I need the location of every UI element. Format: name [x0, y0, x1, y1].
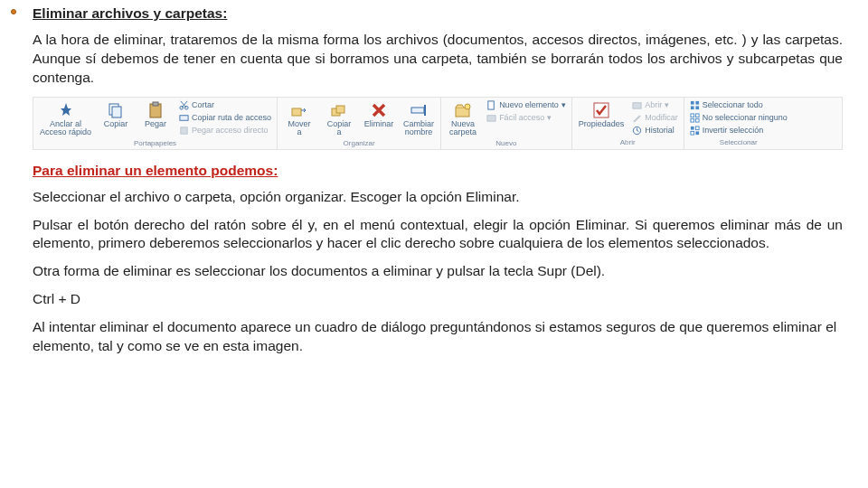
svg-rect-8	[292, 108, 301, 116]
new-item-icon	[486, 100, 496, 110]
svg-rect-25	[695, 114, 699, 117]
label: Historial	[645, 126, 675, 135]
copy-icon	[107, 101, 125, 119]
label: a	[337, 128, 342, 136]
svg-rect-24	[691, 114, 694, 117]
label: Invertir selección	[703, 126, 764, 135]
svg-rect-30	[691, 131, 694, 135]
ribbon-group-organizar: Mover a Copiar a Eliminar Cambiar	[278, 98, 441, 149]
label: Cortar	[192, 100, 214, 109]
paste-icon	[146, 101, 165, 119]
label: Pegar acceso directo	[192, 126, 269, 135]
svg-rect-26	[691, 118, 694, 122]
new-mini-stack: Nuevo elemento ▾ Fácil acceso ▾	[485, 99, 568, 124]
heading-sub: Para eliminar un elemento podemos:	[33, 163, 843, 179]
svg-rect-29	[695, 127, 699, 130]
move-to-button[interactable]: Mover a	[281, 99, 317, 137]
windows-explorer-ribbon: Anclar al Acceso rápido Copiar Pegar Cor…	[33, 97, 843, 150]
history-icon	[632, 126, 642, 136]
copy-path-button[interactable]: Copiar ruta de acceso	[177, 112, 273, 124]
label: carpeta	[449, 128, 476, 136]
new-folder-button[interactable]: Nueva carpeta	[445, 99, 481, 137]
properties-button[interactable]: Propiedades	[576, 99, 627, 128]
copy-button[interactable]: Copiar	[98, 99, 134, 128]
paragraph-4: Ctrl + D	[33, 290, 843, 309]
svg-rect-31	[695, 131, 699, 135]
svg-rect-11	[411, 108, 424, 113]
list-bullet	[11, 9, 16, 14]
svg-rect-27	[695, 118, 699, 122]
paragraph-1: Seleccionar el archivo o carpeta, opción…	[33, 188, 843, 207]
pin-quick-access-button[interactable]: Anclar al Acceso rápido	[37, 99, 94, 137]
document-page: Eliminar archivos y carpetas: A la hora …	[0, 0, 868, 374]
invert-selection-button[interactable]: Invertir selección	[688, 125, 789, 136]
svg-rect-28	[691, 127, 694, 130]
svg-rect-3	[153, 102, 158, 106]
ribbon-group-portapapeles: Anclar al Acceso rápido Copiar Pegar Cor…	[33, 98, 278, 149]
intro-paragraph: A la hora de eliminar, trataremos de la …	[33, 31, 843, 88]
paste-shortcut-button[interactable]: Pegar acceso directo	[177, 125, 273, 136]
svg-rect-23	[695, 106, 699, 109]
select-none-icon	[690, 113, 700, 123]
select-all-icon	[690, 100, 700, 110]
label: Copiar	[104, 120, 128, 128]
label: Propiedades	[579, 120, 625, 128]
new-item-button[interactable]: Nuevo elemento ▾	[485, 99, 568, 111]
ribbon-group-seleccionar: Seleccionar todo No seleccionar ninguno …	[684, 98, 793, 149]
label: Pegar	[145, 120, 166, 128]
svg-rect-1	[112, 107, 121, 117]
label: Eliminar	[364, 120, 394, 128]
svg-rect-7	[181, 127, 187, 134]
ribbon-group-nuevo: Nueva carpeta Nuevo elemento ▾ Fácil acc…	[441, 98, 572, 149]
svg-rect-10	[336, 106, 344, 113]
paragraph-2: Pulsar el botón derecho del ratón sobre …	[33, 216, 843, 254]
delete-x-icon	[370, 101, 388, 119]
svg-rect-6	[180, 116, 188, 121]
paragraph-3: Otra forma de eliminar es seleccionar lo…	[33, 262, 843, 281]
select-all-button[interactable]: Seleccionar todo	[688, 99, 789, 111]
scissors-icon	[179, 100, 189, 110]
paragraph-5: Al intentar eliminar el documento aparec…	[33, 318, 843, 356]
group-label: Portapapeles	[37, 137, 273, 149]
label: nombre	[405, 128, 433, 136]
history-button[interactable]: Historial	[630, 125, 680, 136]
invert-icon	[690, 126, 700, 136]
new-folder-icon	[454, 101, 472, 119]
path-icon	[179, 113, 189, 123]
open-mini-button[interactable]: Abrir ▾	[630, 99, 680, 111]
svg-rect-15	[488, 101, 494, 109]
delete-button[interactable]: Eliminar	[361, 99, 397, 128]
move-icon	[290, 101, 308, 119]
cut-button[interactable]: Cortar	[177, 99, 273, 111]
svg-point-14	[465, 104, 470, 109]
svg-rect-18	[633, 103, 641, 108]
easy-access-button[interactable]: Fácil acceso ▾	[485, 112, 568, 124]
paste-button[interactable]: Pegar	[137, 99, 174, 128]
label: Copiar ruta de acceso	[192, 113, 271, 122]
select-none-button[interactable]: No seleccionar ninguno	[688, 112, 789, 124]
pin-icon	[57, 101, 75, 119]
group-label: Nuevo	[445, 137, 568, 149]
open-icon	[632, 100, 642, 110]
label: Abrir	[645, 100, 662, 109]
open-mini-stack: Abrir ▾ Modificar Historial	[630, 99, 680, 136]
edit-mini-button[interactable]: Modificar	[630, 112, 680, 124]
copy-to-button[interactable]: Copiar a	[321, 99, 357, 137]
rename-icon	[410, 101, 428, 119]
label: Nuevo elemento	[499, 100, 559, 109]
rename-button[interactable]: Cambiar nombre	[401, 99, 437, 137]
clipboard-mini-stack: Cortar Copiar ruta de acceso Pegar acces…	[177, 99, 273, 136]
group-label: Abrir	[576, 136, 680, 148]
label: Modificar	[645, 113, 678, 122]
shortcut-icon	[179, 126, 189, 136]
easy-access-icon	[486, 113, 496, 123]
svg-rect-22	[691, 106, 694, 109]
group-label: Organizar	[281, 137, 437, 149]
group-label: Seleccionar	[688, 136, 789, 148]
check-icon	[592, 101, 610, 119]
label: Acceso rápido	[40, 128, 91, 136]
label: Fácil acceso	[499, 113, 544, 122]
copy-to-icon	[330, 101, 348, 119]
svg-rect-21	[695, 101, 699, 105]
select-mini-stack: Seleccionar todo No seleccionar ninguno …	[688, 99, 789, 136]
